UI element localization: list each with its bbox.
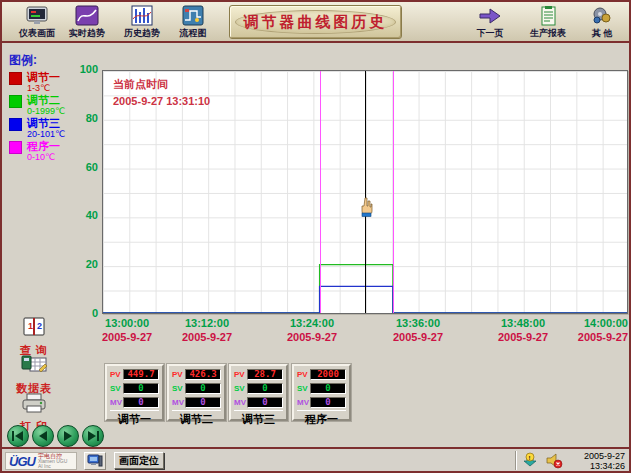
tray-divider: [515, 451, 517, 470]
title-oval: 调节器曲线图历史: [235, 10, 396, 34]
muted-speaker-icon[interactable]: [545, 452, 563, 469]
printer-icon: [20, 400, 48, 417]
toolbar-button-production-report[interactable]: 生产报表: [522, 5, 574, 41]
screen-locate-button[interactable]: 画面定位: [114, 452, 164, 469]
x-axis-tick: 14:00:002005-9-27: [578, 317, 628, 345]
legend-series-range: 1-3℃: [27, 84, 60, 93]
toolbar-button-label: 历史趋势: [116, 27, 168, 40]
legend-swatch: [9, 72, 22, 85]
pv-value: 28.7: [247, 369, 283, 380]
toolbar-button-label: 生产报表: [522, 27, 574, 40]
legend-swatch: [9, 95, 22, 108]
query-button[interactable]: 12 查 询: [4, 316, 64, 358]
y-axis-tick: 80: [64, 112, 98, 124]
x-axis-tick: 13:36:002005-9-27: [393, 317, 443, 345]
toolbar-button-realtime-trend[interactable]: 实时趋势: [61, 5, 113, 41]
pv-label: PV: [110, 370, 123, 379]
toolbar-button-label: 实时趋势: [61, 27, 113, 40]
trend-plot-area[interactable]: 当前点时间 2005-9-27 13:31:10: [102, 70, 628, 314]
event-marker-line-start: [320, 71, 321, 313]
sv-value: 0: [310, 383, 346, 394]
nav-next-button[interactable]: [57, 425, 79, 447]
update-notify-icon[interactable]: !: [521, 452, 539, 469]
program-panel-1: PV2000 SV0 MV0 程序一: [292, 364, 351, 421]
mv-value: 0: [310, 397, 346, 408]
time-cursor-line[interactable]: [365, 71, 366, 313]
y-axis-tick: 20: [64, 258, 98, 270]
pv-label: PV: [297, 370, 310, 379]
legend-series-name: 程序一: [27, 141, 60, 152]
y-axis-tick: 100: [64, 63, 98, 75]
y-axis-tick: 0: [64, 307, 98, 319]
data-table-icon: [20, 362, 48, 379]
x-axis-tick: 13:48:002005-9-27: [498, 317, 548, 345]
toolbar-button-label: 仪表画面: [11, 27, 63, 40]
mv-value: 0: [123, 397, 159, 408]
sv-label: SV: [110, 384, 123, 393]
sv-value: 0: [123, 383, 159, 394]
data-table-button[interactable]: 数据表: [4, 354, 64, 396]
toolbar-button-flow-diagram[interactable]: 流程图: [167, 5, 219, 41]
toolbar-button-label: 下一页: [464, 27, 516, 40]
pv-value: 426.3: [185, 369, 221, 380]
legend-series-range: 0-1999℃: [27, 107, 65, 116]
toolbar-button-next-page[interactable]: 下一页: [464, 5, 516, 41]
annotation-label: 当前点时间: [113, 78, 168, 90]
system-clock: 2005-9-27 13:34:26: [584, 451, 625, 472]
pv-label: PV: [234, 370, 247, 379]
hand-cursor-icon[interactable]: [359, 197, 374, 221]
toolbar-button-misc[interactable]: 其 他: [576, 5, 628, 41]
mv-value: 0: [185, 397, 221, 408]
next-page-arrow-icon: [464, 5, 516, 27]
x-axis-labels: 13:00:002005-9-27 13:12:002005-9-27 13:2…: [102, 317, 628, 345]
y-axis-tick: 60: [64, 161, 98, 173]
page-title-panel: 调节器曲线图历史: [229, 5, 402, 39]
toolbar-button-instrument-screen[interactable]: 仪表画面: [11, 5, 63, 41]
x-axis-tick: 13:24:002005-9-27: [287, 317, 337, 345]
panel-title: 调节三: [234, 410, 283, 427]
legend-series-name: 调节一: [27, 72, 60, 83]
panel-title: 调节一: [110, 410, 159, 427]
instrument-panel-icon: [11, 5, 63, 27]
realtime-trend-icon: [61, 5, 113, 27]
company-name-en: Xiamen UGU AI Inc: [38, 459, 73, 469]
legend-series-name: 调节三: [27, 118, 65, 129]
page-title: 调节器曲线图历史: [244, 13, 388, 32]
top-toolbar: 仪表画面 实时趋势 历史趋势 流程图 调节器曲线图历史: [2, 2, 629, 43]
nav-first-button[interactable]: [7, 425, 29, 447]
toolbar-button-history-trend[interactable]: 历史趋势: [116, 5, 168, 41]
status-bar: ÜGU 宇电自控 Xiamen UGU AI Inc 画面定位 ! 2005-9…: [2, 447, 629, 471]
y-axis-tick: 40: [64, 209, 98, 221]
pv-label: PV: [172, 370, 185, 379]
sv-label: SV: [172, 384, 185, 393]
annotation-time: 2005-9-27 13:31:10: [113, 95, 210, 107]
sv-value: 0: [185, 383, 221, 394]
taskbar-computer-icon[interactable]: [84, 452, 106, 470]
sv-label: SV: [297, 384, 310, 393]
sv-value: 0: [247, 383, 283, 394]
sv-label: SV: [234, 384, 247, 393]
clock-date: 2005-9-27: [584, 451, 625, 461]
query-book-icon: 12: [21, 324, 47, 341]
nav-last-button[interactable]: [82, 425, 104, 447]
mv-label: MV: [110, 398, 123, 407]
x-axis-tick: 13:12:002005-9-27: [182, 317, 232, 345]
svg-text:1: 1: [28, 321, 33, 331]
controller-panel-1: PV449.7 SV0 MV0 调节一: [105, 364, 164, 421]
legend-series-range: 20-101℃: [27, 130, 65, 139]
nav-previous-button[interactable]: [32, 425, 54, 447]
misc-gear-icon: [576, 5, 628, 27]
x-axis-tick: 13:00:002005-9-27: [102, 317, 152, 345]
mv-label: MV: [297, 398, 310, 407]
toolbar-button-label: 流程图: [167, 27, 219, 40]
svg-text:2: 2: [37, 321, 42, 331]
controller-panel-3: PV28.7 SV0 MV0 调节三: [229, 364, 288, 421]
cursor-annotation: 当前点时间 2005-9-27 13:31:10: [113, 76, 210, 109]
pv-value: 449.7: [123, 369, 159, 380]
legend-swatch: [9, 141, 22, 154]
panel-title: 程序一: [297, 410, 346, 427]
app-window: 仪表画面 实时趋势 历史趋势 流程图 调节器曲线图历史: [0, 0, 631, 473]
mv-value: 0: [247, 397, 283, 408]
clock-time: 13:34:26: [590, 461, 625, 471]
svg-text:!: !: [529, 455, 531, 461]
